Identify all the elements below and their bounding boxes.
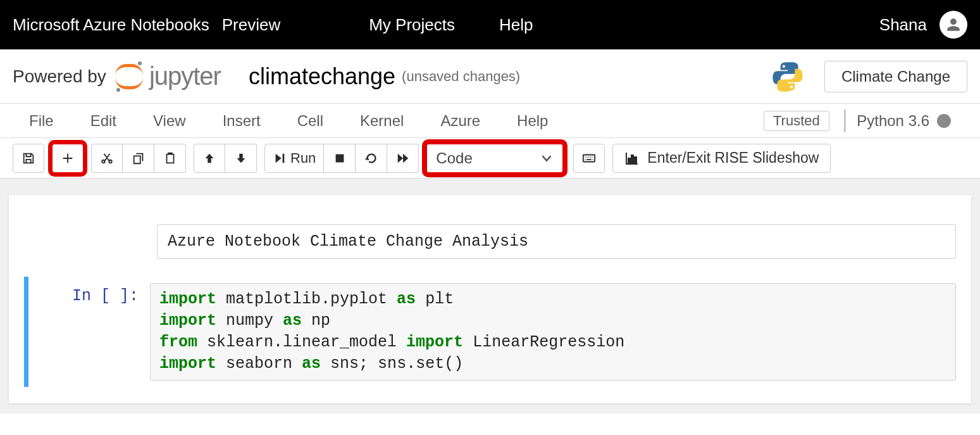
toolbar: Run Code Enter/Exit RISE Slideshow bbox=[0, 138, 980, 179]
chevron-down-icon bbox=[540, 151, 554, 165]
command-palette-button[interactable] bbox=[573, 144, 605, 173]
input-prompt: In [ ]: bbox=[28, 283, 150, 381]
cell-type-value: Code bbox=[436, 149, 472, 167]
raw-cell[interactable]: Azure Notebook Climate Change Analysis bbox=[157, 224, 956, 259]
azure-topbar: Microsoft Azure Notebooks Preview My Pro… bbox=[0, 0, 980, 49]
menu-view[interactable]: View bbox=[153, 112, 186, 130]
nav-help[interactable]: Help bbox=[499, 15, 533, 35]
cut-button[interactable] bbox=[91, 144, 123, 173]
code-content[interactable]: import matplotlib.pyplot as plt import n… bbox=[159, 289, 946, 375]
refresh-icon bbox=[364, 151, 378, 165]
arrow-up-icon bbox=[202, 151, 216, 165]
cell-type-dropdown[interactable]: Code bbox=[426, 144, 563, 173]
run-button[interactable]: Run bbox=[264, 144, 324, 173]
kernel-name: Python 3.6 bbox=[857, 112, 929, 130]
user-avatar[interactable] bbox=[940, 11, 967, 39]
raw-cell-text[interactable]: Azure Notebook Climate Change Analysis bbox=[157, 224, 956, 259]
svg-rect-0 bbox=[335, 154, 344, 162]
jupyter-logo[interactable]: jupyter bbox=[115, 62, 221, 91]
svg-rect-1 bbox=[583, 154, 595, 161]
menu-cell[interactable]: Cell bbox=[297, 112, 323, 130]
jupyter-icon bbox=[115, 63, 143, 91]
fast-forward-icon bbox=[396, 151, 410, 165]
unsaved-label: (unsaved changes) bbox=[402, 68, 520, 85]
powered-by-label: Powered by bbox=[13, 66, 106, 87]
move-down-button[interactable] bbox=[225, 144, 257, 173]
username-label: Shana bbox=[879, 15, 927, 35]
menu-azure[interactable]: Azure bbox=[440, 112, 480, 130]
cut-icon bbox=[100, 151, 114, 165]
preview-label: Preview bbox=[222, 15, 280, 35]
bar-chart-icon bbox=[624, 151, 640, 166]
arrow-down-icon bbox=[234, 151, 248, 165]
menu-kernel[interactable]: Kernel bbox=[360, 112, 404, 130]
separator bbox=[845, 110, 846, 132]
brand-label: Microsoft Azure Notebooks bbox=[13, 15, 209, 35]
menu-insert[interactable]: Insert bbox=[223, 112, 261, 130]
trusted-indicator[interactable]: Trusted bbox=[764, 111, 829, 131]
stop-button[interactable] bbox=[324, 144, 356, 173]
paste-button[interactable] bbox=[154, 144, 186, 173]
code-input-area[interactable]: import matplotlib.pyplot as plt import n… bbox=[150, 283, 956, 381]
play-step-icon bbox=[273, 151, 287, 165]
save-icon bbox=[22, 151, 35, 165]
rise-label: Enter/Exit RISE Slideshow bbox=[647, 149, 819, 167]
add-cell-button[interactable] bbox=[52, 144, 84, 173]
kernel-status-indicator[interactable] bbox=[937, 114, 951, 128]
menu-edit[interactable]: Edit bbox=[90, 112, 116, 130]
jupyter-text: jupyter bbox=[149, 62, 221, 91]
copy-button[interactable] bbox=[123, 144, 154, 173]
menu-help[interactable]: Help bbox=[517, 112, 548, 130]
plus-icon bbox=[61, 151, 75, 165]
stop-icon bbox=[333, 151, 347, 165]
cells-container: Azure Notebook Climate Change Analysis I… bbox=[9, 195, 971, 403]
save-button[interactable] bbox=[13, 144, 44, 173]
code-cell[interactable]: In [ ]: import matplotlib.pyplot as plt … bbox=[24, 277, 956, 387]
jupyter-header: Powered by jupyter climatechange (unsave… bbox=[0, 49, 980, 104]
run-label: Run bbox=[290, 150, 316, 167]
restart-run-all-button[interactable] bbox=[387, 144, 419, 173]
copy-icon bbox=[132, 151, 146, 165]
move-up-button[interactable] bbox=[194, 144, 225, 173]
paste-icon bbox=[163, 151, 177, 165]
kernel-select-button[interactable]: Climate Change bbox=[824, 61, 967, 92]
keyboard-icon bbox=[582, 151, 596, 165]
nav-my-projects[interactable]: My Projects bbox=[369, 15, 455, 35]
rise-slideshow-button[interactable]: Enter/Exit RISE Slideshow bbox=[612, 144, 831, 173]
restart-button[interactable] bbox=[356, 144, 387, 173]
menubar: File Edit View Insert Cell Kernel Azure … bbox=[0, 104, 980, 138]
notebook-area: Azure Notebook Climate Change Analysis I… bbox=[0, 179, 980, 413]
notebook-name[interactable]: climatechange bbox=[249, 63, 395, 90]
python-logo-icon bbox=[770, 59, 805, 94]
menu-file[interactable]: File bbox=[29, 112, 54, 130]
person-icon bbox=[945, 16, 962, 33]
